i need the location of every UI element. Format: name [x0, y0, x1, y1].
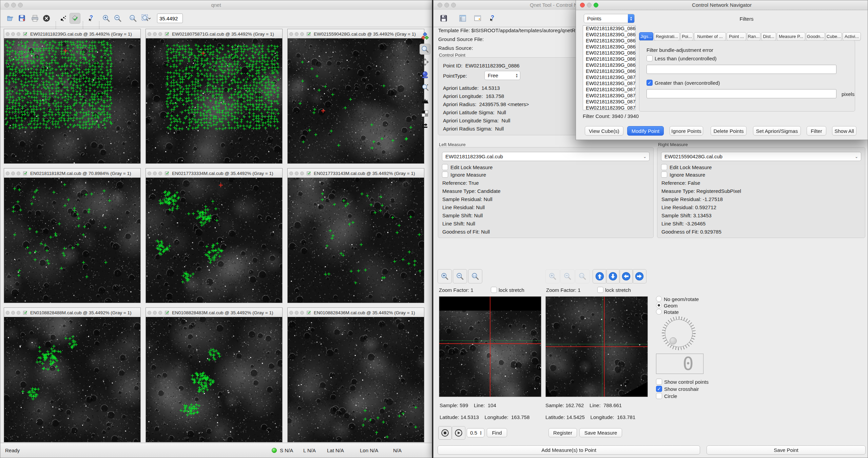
set-apriori-sigmas-button[interactable]: Set Apriori/Sigmas [753, 126, 801, 136]
subwindow-titlebar[interactable]: EW0215590428G.cal.cub @ 35.4492% (Gray =… [288, 29, 424, 39]
save-point-button[interactable]: Save Point [707, 445, 866, 455]
point-list-item[interactable]: EW0218118239G_0862 [583, 26, 635, 32]
point-list-item[interactable]: EW0218118239G_0872 [583, 87, 635, 93]
no-geom-radio[interactable] [656, 296, 662, 302]
find-tool-button[interactable] [420, 82, 430, 93]
nudge-up-button[interactable] [593, 269, 607, 283]
tab-jigsaw[interactable]: Jigs... [639, 32, 653, 41]
point-list-item[interactable]: EW0218118239G_0869 [583, 68, 635, 75]
left-zoom-actual-button[interactable]: 1:1 [468, 269, 482, 283]
less-than-checkbox[interactable] [647, 55, 653, 61]
register-button[interactable]: Register [548, 428, 577, 437]
subwindow-titlebar[interactable]: EW0218118239G.cal.cub @ 35.4492% (Gray =… [4, 29, 140, 39]
blink-rate-spinbox[interactable]: 0.5 ▲▼ [467, 428, 484, 437]
subwindow-maximize-button[interactable] [158, 311, 162, 315]
left-edit-lock-checkbox[interactable] [442, 164, 448, 170]
left-lock-stretch-checkbox[interactable] [491, 287, 497, 293]
point-list-item[interactable]: EW0218118239G_0863 [583, 32, 635, 38]
navigator-titlebar[interactable]: Control Network Navigator [576, 0, 868, 10]
right-zoom-out-button[interactable] [560, 269, 575, 283]
left-zoom-out-button[interactable] [453, 269, 467, 283]
subwindow-titlebar[interactable]: EN0108828483M.cal.cub @ 35.4492% (Gray =… [146, 308, 282, 318]
subwindow-minimize-button[interactable] [295, 172, 298, 175]
cube-image-viewport[interactable] [146, 38, 282, 163]
help-button[interactable]: ? [487, 13, 498, 24]
histogram-tool-button[interactable] [420, 95, 430, 106]
greater-than-input[interactable] [647, 89, 836, 98]
point-list[interactable]: EW0218118239G_0862 EW0218118239G_0863 EW… [583, 25, 636, 110]
pan-tool-button[interactable] [420, 57, 430, 67]
subwindow-close-button[interactable] [148, 172, 151, 175]
view-cubes-button[interactable]: View Cube(s) [585, 126, 623, 136]
nudge-right-button[interactable] [632, 269, 647, 283]
template-editor-button[interactable] [457, 13, 468, 24]
subwindow-maximize-button[interactable] [17, 172, 20, 175]
subwindow-maximize-button[interactable] [300, 32, 304, 36]
new-window-button[interactable]: * [472, 13, 483, 24]
filter-button[interactable]: Filter [807, 126, 826, 136]
less-than-input[interactable] [647, 65, 836, 74]
point-list-item[interactable]: EW0218118239G_0870 [583, 75, 635, 81]
close-button[interactable] [438, 3, 442, 7]
zoom-in-button[interactable] [101, 13, 112, 24]
save-as-button[interactable] [17, 13, 27, 24]
subwindow-maximize-button[interactable] [158, 172, 162, 175]
point-tool-button[interactable] [58, 13, 69, 24]
right-ignore-checkbox[interactable] [661, 172, 667, 178]
cube-image-viewport[interactable] [288, 317, 424, 442]
greater-than-checkbox[interactable]: ✓ [647, 80, 653, 86]
subwindow-maximize-button[interactable] [300, 311, 304, 315]
subwindow-close-button[interactable] [289, 32, 293, 36]
subwindow-maximize-button[interactable] [300, 172, 304, 175]
point-list-item[interactable]: EW0218118239G_0875 [583, 99, 635, 105]
point-list-item[interactable]: EW0218118239G_0866 [583, 50, 635, 56]
subwindow-maximize-button[interactable] [17, 32, 20, 36]
left-measure-viewport[interactable] [439, 296, 541, 397]
subwindow-maximize-button[interactable] [158, 32, 162, 36]
zoom-out-button[interactable] [112, 13, 123, 24]
gray-levels-tool-button[interactable] [420, 108, 430, 119]
cube-image-viewport[interactable] [146, 178, 282, 303]
cube-image-viewport[interactable] [288, 178, 424, 303]
subwindow-close-button[interactable] [148, 32, 151, 36]
subwindow-minimize-button[interactable] [153, 311, 157, 315]
ignore-points-button[interactable]: Ignore Points [670, 126, 703, 136]
point-list-item[interactable]: EW0218118239G_0865 [583, 44, 635, 50]
add-measures-button[interactable]: Add Measure(s) to Point [438, 445, 700, 455]
subwindow-titlebar[interactable]: EW0218075871G.cal.cub @ 35.4492% (Gray =… [146, 29, 282, 39]
cube-image-viewport[interactable] [146, 317, 282, 442]
tab-goodness[interactable]: Goodn... [806, 32, 825, 41]
save-point-tool-button[interactable] [438, 13, 449, 24]
subwindow-titlebar[interactable]: EN0217733334M.cal.cub @ 35.4492% (Gray =… [146, 168, 282, 178]
tie-point-tool-button[interactable] [70, 13, 80, 24]
tab-measure-properties[interactable]: Measure P... [777, 32, 805, 41]
subwindow-minimize-button[interactable] [153, 172, 157, 175]
open-button[interactable] [5, 13, 16, 24]
save-measure-button[interactable]: Save Measure [579, 428, 622, 437]
cube-image-viewport[interactable] [4, 38, 140, 163]
subwindow-minimize-button[interactable] [11, 32, 15, 36]
tab-point-2[interactable]: Point ... [727, 32, 746, 41]
delete-points-button[interactable]: Delete Points [711, 126, 747, 136]
tab-number-of[interactable]: Number of ... [694, 32, 726, 41]
rotate-radio[interactable] [656, 309, 662, 315]
stretch-tool-button[interactable] [420, 69, 430, 80]
right-lock-stretch-checkbox[interactable] [597, 287, 603, 293]
zoom-value-input[interactable] [157, 14, 183, 23]
subwindow-minimize-button[interactable] [11, 172, 15, 175]
minimize-button[interactable] [444, 3, 449, 7]
find-button[interactable]: Find [487, 428, 507, 437]
subwindow-close-button[interactable] [289, 172, 293, 175]
blink-stop-button[interactable] [438, 426, 452, 440]
geom-radio[interactable] [656, 302, 662, 308]
band-tool-button[interactable] [420, 31, 430, 42]
show-all-button[interactable]: Show All [832, 126, 856, 136]
subwindow-close-button[interactable] [148, 311, 151, 315]
zoom-button[interactable] [451, 3, 456, 7]
point-list-item[interactable]: EW0218118239G_0876 [583, 105, 635, 110]
point-list-item[interactable]: EW0218118239G_0871 [583, 81, 635, 87]
point-list-item[interactable]: EW0218118239G_0873 [583, 93, 635, 99]
point-list-item[interactable]: EW0218118239G_0868 [583, 62, 635, 68]
tab-point[interactable]: Poi... [680, 32, 693, 41]
cube-image-viewport[interactable] [4, 178, 140, 303]
